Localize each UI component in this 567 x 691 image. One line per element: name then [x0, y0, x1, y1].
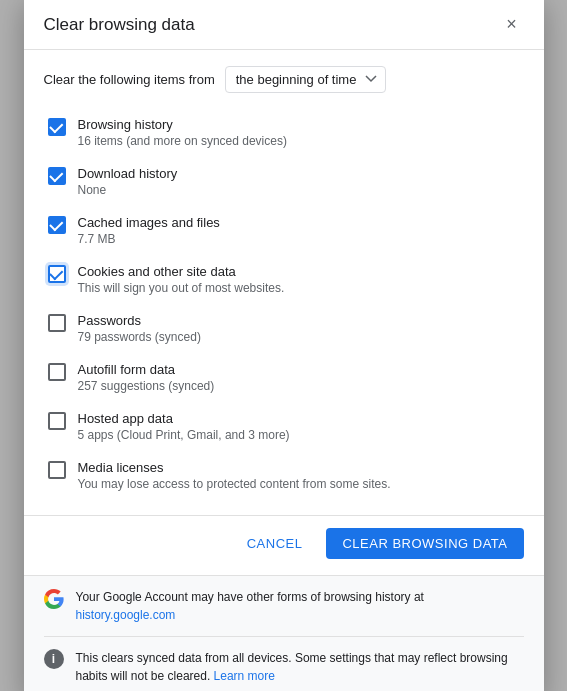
cookies-checkbox[interactable]	[48, 265, 66, 283]
autofill-checkbox[interactable]	[48, 363, 66, 381]
item-sublabel: This will sign you out of most websites.	[78, 281, 285, 295]
item-label: Autofill form data	[78, 362, 215, 377]
checkboxes-list: Browsing history 16 items (and more on s…	[44, 109, 524, 499]
info-footer-text: This clears synced data from all devices…	[76, 649, 524, 685]
item-text: Browsing history 16 items (and more on s…	[78, 117, 287, 148]
list-item: Cached images and files 7.7 MB	[44, 207, 524, 254]
item-text: Media licenses You may lose access to pr…	[78, 460, 391, 491]
checkbox-indicator[interactable]	[48, 412, 66, 430]
item-sublabel: 7.7 MB	[78, 232, 220, 246]
item-text: Cookies and other site data This will si…	[78, 264, 285, 295]
google-footer-text: Your Google Account may have other forms…	[76, 588, 524, 624]
dialog-footer: Your Google Account may have other forms…	[24, 575, 544, 692]
google-footer-message: Your Google Account may have other forms…	[76, 590, 424, 604]
item-label: Download history	[78, 166, 178, 181]
checkbox-indicator[interactable]	[48, 461, 66, 479]
item-sublabel: You may lose access to protected content…	[78, 477, 391, 491]
item-text: Download history None	[78, 166, 178, 197]
list-item: Hosted app data 5 apps (Cloud Print, Gma…	[44, 403, 524, 450]
dialog-title: Clear browsing data	[44, 15, 195, 35]
dialog-header: Clear browsing data ×	[24, 0, 544, 50]
time-range-row: Clear the following items from the begin…	[44, 66, 524, 93]
item-label: Browsing history	[78, 117, 287, 132]
list-item: Passwords 79 passwords (synced)	[44, 305, 524, 352]
checkbox-indicator[interactable]	[48, 167, 66, 185]
clear-browsing-data-button[interactable]: CLEAR BROWSING DATA	[326, 528, 523, 559]
list-item: Media licenses You may lose access to pr…	[44, 452, 524, 499]
clear-browsing-data-dialog: Clear browsing data × Clear the followin…	[24, 0, 544, 691]
list-item: Download history None	[44, 158, 524, 205]
info-footer-row: i This clears synced data from all devic…	[24, 637, 544, 692]
item-sublabel: 16 items (and more on synced devices)	[78, 134, 287, 148]
item-label: Passwords	[78, 313, 201, 328]
item-text: Passwords 79 passwords (synced)	[78, 313, 201, 344]
learn-more-link[interactable]: Learn more	[214, 669, 275, 683]
list-item: Autofill form data 257 suggestions (sync…	[44, 354, 524, 401]
browsing-history-checkbox[interactable]	[48, 118, 66, 136]
media-licenses-checkbox[interactable]	[48, 461, 66, 479]
item-label: Hosted app data	[78, 411, 290, 426]
time-range-select[interactable]: the beginning of timelast hourlast 24 ho…	[225, 66, 386, 93]
checkbox-indicator[interactable]	[48, 363, 66, 381]
item-label: Cached images and files	[78, 215, 220, 230]
info-icon: i	[44, 649, 64, 669]
hosted-app-checkbox[interactable]	[48, 412, 66, 430]
passwords-checkbox[interactable]	[48, 314, 66, 332]
checkbox-indicator[interactable]	[48, 216, 66, 234]
google-footer-row: Your Google Account may have other forms…	[24, 576, 544, 636]
item-sublabel: 79 passwords (synced)	[78, 330, 201, 344]
item-sublabel: 5 apps (Cloud Print, Gmail, and 3 more)	[78, 428, 290, 442]
time-range-label: Clear the following items from	[44, 72, 215, 87]
dialog-actions: CANCEL CLEAR BROWSING DATA	[24, 515, 544, 575]
download-history-checkbox[interactable]	[48, 167, 66, 185]
item-sublabel: None	[78, 183, 178, 197]
cached-images-checkbox[interactable]	[48, 216, 66, 234]
cancel-button[interactable]: CANCEL	[231, 528, 319, 559]
google-g-icon	[44, 589, 64, 609]
item-label: Media licenses	[78, 460, 391, 475]
dialog-body: Clear the following items from the begin…	[24, 50, 544, 515]
item-text: Autofill form data 257 suggestions (sync…	[78, 362, 215, 393]
info-footer-message: This clears synced data from all devices…	[76, 651, 508, 683]
list-item: Cookies and other site data This will si…	[44, 256, 524, 303]
list-item: Browsing history 16 items (and more on s…	[44, 109, 524, 156]
item-label: Cookies and other site data	[78, 264, 285, 279]
checkbox-indicator[interactable]	[48, 118, 66, 136]
item-sublabel: 257 suggestions (synced)	[78, 379, 215, 393]
checkbox-indicator[interactable]	[48, 265, 66, 283]
checkbox-indicator[interactable]	[48, 314, 66, 332]
history-google-link[interactable]: history.google.com	[76, 608, 176, 622]
close-button[interactable]: ×	[500, 13, 524, 37]
item-text: Hosted app data 5 apps (Cloud Print, Gma…	[78, 411, 290, 442]
item-text: Cached images and files 7.7 MB	[78, 215, 220, 246]
